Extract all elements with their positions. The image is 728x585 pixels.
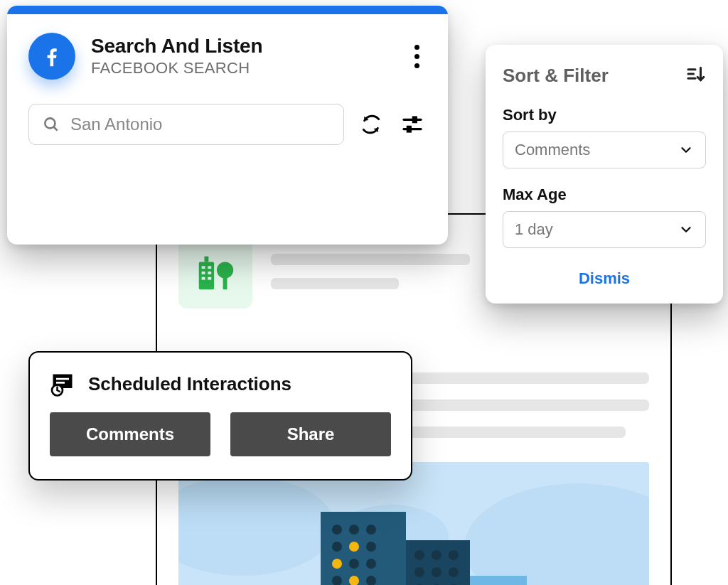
skeleton-line [271, 278, 399, 289]
more-menu-button[interactable] [407, 41, 427, 73]
sort-by-value: Comments [515, 141, 590, 159]
svg-line-24 [58, 390, 60, 392]
svg-line-11 [53, 127, 57, 130]
share-button[interactable]: Share [230, 412, 391, 456]
max-age-value: 1 day [515, 220, 553, 239]
svg-rect-21 [56, 382, 65, 384]
feed-avatar [178, 235, 252, 308]
search-header: Search And Listen FACEBOOK SEARCH [7, 14, 448, 87]
facebook-icon [40, 44, 64, 68]
search-listen-panel: Search And Listen FACEBOOK SEARCH San An… [7, 6, 448, 245]
accent-bar [7, 6, 448, 14]
svg-rect-3 [202, 272, 205, 274]
svg-rect-7 [205, 257, 209, 262]
building-shape [321, 512, 406, 585]
scheduled-interactions-panel: Scheduled Interactions Comments Share [28, 351, 412, 481]
sort-direction-button[interactable] [685, 63, 706, 87]
svg-rect-2 [208, 266, 211, 269]
svg-rect-14 [413, 117, 416, 122]
search-input[interactable]: San Antonio [28, 104, 344, 145]
sort-by-label: Sort by [503, 106, 706, 124]
max-age-label: Max Age [503, 186, 706, 204]
max-age-select[interactable]: 1 day [503, 211, 706, 248]
building-shape [406, 540, 470, 585]
search-icon [42, 115, 60, 134]
refresh-icon [360, 113, 382, 136]
svg-rect-4 [208, 272, 211, 274]
cloud-shape [464, 483, 649, 585]
refresh-button[interactable] [357, 110, 385, 139]
svg-rect-0 [199, 262, 214, 289]
scheduled-title: Scheduled Interactions [88, 373, 291, 395]
panel-title: Search And Listen [91, 35, 391, 58]
filter-panel-title: Sort & Filter [503, 65, 609, 87]
sliders-icon [401, 113, 424, 136]
svg-rect-5 [202, 277, 205, 280]
dismiss-button[interactable]: Dismis [503, 265, 706, 288]
scheduled-message-icon [50, 371, 75, 397]
sort-filter-panel: Sort & Filter Sort by Comments Max Age 1… [486, 45, 723, 304]
svg-rect-20 [56, 378, 69, 380]
city-park-icon [193, 249, 237, 294]
chevron-down-icon [678, 142, 694, 158]
search-query-text: San Antonio [70, 114, 162, 134]
sort-icon [685, 63, 706, 85]
facebook-badge [28, 33, 75, 80]
svg-rect-9 [223, 276, 228, 289]
filter-settings-button[interactable] [398, 110, 427, 139]
building-shape [470, 576, 527, 585]
svg-rect-15 [407, 127, 410, 132]
chevron-down-icon [678, 222, 694, 237]
panel-subtitle: FACEBOOK SEARCH [91, 59, 391, 77]
svg-point-10 [45, 118, 55, 128]
svg-rect-1 [202, 266, 205, 269]
svg-rect-6 [208, 277, 211, 280]
skeleton-line [271, 254, 470, 265]
comments-button[interactable]: Comments [50, 412, 210, 456]
sort-by-select[interactable]: Comments [503, 132, 706, 168]
cloud-shape [178, 476, 335, 576]
